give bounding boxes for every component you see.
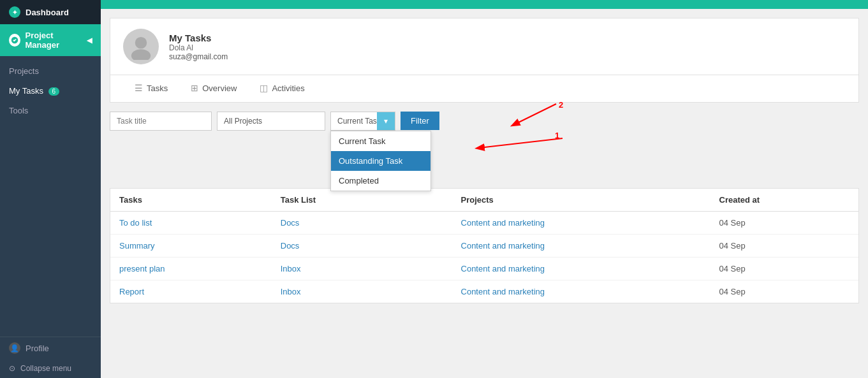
filter-button[interactable]: Filter	[401, 112, 439, 130]
task-list-link[interactable]: Docs	[281, 218, 300, 228]
task-list-link[interactable]: Inbox	[281, 287, 301, 296]
task-list: Docs	[272, 212, 407, 235]
empty-col	[406, 235, 452, 258]
table-row: present plan Inbox Content and marketing…	[110, 258, 858, 280]
task-name: Summary	[110, 235, 272, 258]
dropdown-item-current-task[interactable]: Current Task	[331, 131, 430, 151]
sidebar-item-projects[interactable]: Projects	[0, 61, 101, 81]
projects-label: Projects	[9, 66, 39, 76]
col-created-at: Created at	[710, 189, 859, 212]
col-projects: Projects	[452, 189, 710, 212]
project-name: Content and marketing	[452, 258, 710, 280]
svg-point-2	[131, 49, 151, 60]
overview-tab-icon: ⊞	[191, 83, 198, 93]
project-link[interactable]: Content and marketing	[461, 264, 545, 273]
sidebar-arrow-icon: ◀	[87, 36, 92, 45]
tools-label: Tools	[9, 106, 28, 115]
main-content: My Tasks Dola Al suza@gmail.com ☰ Tasks …	[101, 0, 868, 378]
profile-icon: 👤	[9, 342, 20, 354]
project-link[interactable]: Content and marketing	[461, 287, 545, 296]
collapse-icon: ⊙	[9, 364, 15, 373]
sidebar-profile[interactable]: 👤 Profile	[0, 337, 101, 359]
tab-bar: ☰ Tasks ⊞ Overview ◫ Activities	[110, 75, 859, 103]
task-list: Docs	[272, 235, 407, 258]
table-row: To do list Docs Content and marketing 04…	[110, 212, 858, 235]
svg-line-6	[515, 104, 556, 124]
tasks-tab-icon: ☰	[135, 83, 143, 93]
created-date: 04 Sep	[710, 258, 859, 280]
task-name: To do list	[110, 212, 272, 235]
arrow-annotation-1: 1	[467, 132, 569, 164]
arrow-annotation-2: 2	[492, 100, 569, 135]
sidebar-item-tools[interactable]: Tools	[0, 101, 101, 120]
task-filter-input-wrap: Current Task ▾	[330, 112, 395, 131]
page-title: My Tasks	[169, 33, 228, 43]
project-manager-icon	[9, 34, 20, 47]
user-email: suza@gmail.com	[169, 52, 228, 61]
created-date: 04 Sep	[710, 235, 859, 258]
dropdown-item-outstanding-task[interactable]: Outstanding Task	[331, 151, 430, 171]
my-tasks-badge: 6	[48, 87, 60, 96]
profile-label: Profile	[26, 344, 49, 353]
task-link[interactable]: present plan	[119, 264, 165, 273]
dashboard-label: Dashboard	[26, 8, 69, 17]
current-task-display: Current Task	[331, 112, 395, 130]
project-manager-label: Project Manager	[26, 31, 82, 50]
sidebar-project-manager[interactable]: Project Manager ◀	[0, 24, 101, 56]
table-row: Summary Docs Content and marketing 04 Se…	[110, 235, 858, 258]
collapse-label: Collapse menu	[20, 364, 71, 373]
task-list-link[interactable]: Docs	[281, 241, 300, 251]
activities-tab-label: Activities	[272, 84, 304, 93]
table-row: Report Inbox Content and marketing 04 Se…	[110, 280, 858, 303]
empty-col	[406, 212, 452, 235]
project-link[interactable]: Content and marketing	[461, 218, 545, 228]
sidebar-dashboard[interactable]: ✦ Dashboard	[0, 0, 101, 24]
all-projects-select-wrap: All Projects	[217, 112, 325, 131]
task-link[interactable]: Summary	[119, 241, 155, 251]
project-name: Content and marketing	[452, 280, 710, 303]
empty-col	[406, 280, 452, 303]
my-tasks-label: My Tasks	[9, 86, 43, 96]
tasks-table-container: Tasks Task List Projects Created at To d…	[110, 188, 859, 303]
top-bar	[101, 0, 868, 9]
sidebar: ✦ Dashboard Project Manager ◀ Projects M…	[0, 0, 101, 378]
created-date: 04 Sep	[710, 212, 859, 235]
tab-activities[interactable]: ◫ Activities	[248, 75, 316, 102]
project-name: Content and marketing	[452, 212, 710, 235]
task-list-link[interactable]: Inbox	[281, 264, 301, 273]
tasks-tab-label: Tasks	[147, 84, 168, 93]
activities-tab-icon: ◫	[260, 83, 268, 93]
annotation-1-label: 1	[555, 132, 559, 140]
header-card: My Tasks Dola Al suza@gmail.com	[110, 18, 859, 75]
task-link[interactable]: Report	[119, 287, 144, 296]
tab-overview[interactable]: ⊞ Overview	[179, 75, 248, 102]
all-projects-select[interactable]: All Projects	[217, 112, 325, 131]
task-list: Inbox	[272, 258, 407, 280]
task-name: present plan	[110, 258, 272, 280]
task-link[interactable]: To do list	[119, 218, 152, 228]
dashboard-icon: ✦	[9, 6, 20, 18]
task-filter-menu: Current Task Outstanding Task Completed	[330, 131, 431, 191]
task-filter-dropdown-container: Current Task ▾ Current Task Outstanding …	[330, 112, 395, 131]
col-empty	[406, 189, 452, 212]
user-name: Dola Al	[169, 43, 228, 52]
created-date: 04 Sep	[710, 280, 859, 303]
dropdown-item-completed[interactable]: Completed	[331, 171, 430, 191]
task-title-input[interactable]	[110, 112, 212, 131]
overview-tab-label: Overview	[202, 84, 237, 93]
sidebar-collapse[interactable]: ⊙ Collapse menu	[0, 359, 101, 378]
task-name: Report	[110, 280, 272, 303]
svg-line-4	[480, 138, 563, 148]
tasks-table: Tasks Task List Projects Created at To d…	[110, 189, 858, 303]
user-avatar	[123, 29, 159, 64]
filter-area: All Projects Current Task ▾ Current Task…	[110, 112, 859, 131]
project-link[interactable]: Content and marketing	[461, 241, 545, 251]
project-name: Content and marketing	[452, 235, 710, 258]
task-list: Inbox	[272, 280, 407, 303]
col-tasks: Tasks	[110, 189, 272, 212]
content-area: My Tasks Dola Al suza@gmail.com ☰ Tasks …	[101, 9, 868, 378]
sidebar-nav: Projects My Tasks 6 Tools	[0, 56, 101, 337]
sidebar-item-my-tasks[interactable]: My Tasks 6	[0, 81, 101, 101]
tab-tasks[interactable]: ☰ Tasks	[123, 75, 179, 102]
empty-col	[406, 258, 452, 280]
